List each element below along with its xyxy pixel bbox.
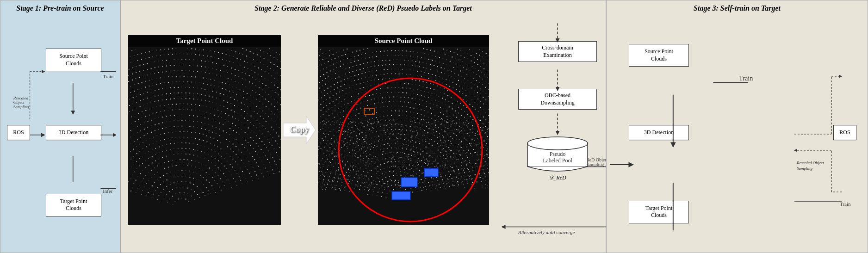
svg-text:Train: Train — [103, 74, 114, 79]
stage1-ros-box: ROS — [7, 125, 30, 141]
target-pc-image: Target Point Cloud /* dots rendered via … — [128, 35, 281, 225]
stage1-source-box: Source PointClouds — [46, 49, 101, 71]
svg-text:Sampling: Sampling — [797, 166, 813, 171]
svg-text:Train: Train — [739, 74, 753, 82]
stage2-cross-domain-label: Cross-domainExamination — [542, 44, 573, 58]
stage1-content: ROS Source PointClouds 3D Detection Targ… — [4, 16, 116, 249]
svg-text:Train: Train — [840, 201, 851, 207]
svg-text:Rescaled: Rescaled — [13, 96, 29, 100]
stage1-target-box: Target PointClouds — [46, 194, 101, 216]
stage3-source-label: Source PointClouds — [645, 48, 673, 62]
copy-label: Copy — [290, 125, 309, 135]
stage1-source-label: Source PointClouds — [59, 53, 88, 67]
source-pc-image: Source Point Cloud — [318, 35, 489, 225]
copy-arrow-container: Copy — [281, 35, 318, 225]
stage3-right-col: ROS Train Rescaled Object Sampling — [790, 16, 864, 249]
svg-text:Rescaled Object: Rescaled Object — [796, 160, 824, 165]
svg-text:Infer: Infer — [103, 188, 113, 194]
stage3-content: Source PointClouds 3D Detection Target P… — [610, 16, 864, 249]
stage1-target-label: Target PointClouds — [60, 198, 87, 212]
stage2-pool-math: 𝒟_ReD — [523, 174, 592, 181]
stage2-pool-cylinder: Pseudo Labeled Pool — [523, 136, 592, 173]
stage1-ros-label: ROS — [13, 129, 24, 136]
stage2-images-wrapper: Target Point Cloud /* dots rendered via … — [128, 16, 489, 243]
stage3-left-col: Source PointClouds 3D Detection Target P… — [610, 16, 790, 249]
stage-3: Stage 3: Self-train on Target Source Poi… — [606, 0, 868, 253]
stage3-target-box: Target PointClouds — [629, 201, 689, 223]
target-pc-canvas — [128, 48, 281, 225]
target-pc-title: Target Point Cloud — [128, 35, 281, 47]
svg-point-33 — [527, 137, 588, 150]
stage2-cross-domain-box: Cross-domainExamination — [518, 41, 597, 62]
stage3-target-label: Target PointClouds — [645, 205, 673, 219]
source-pc-overlay — [318, 48, 489, 225]
stage2-obc-box: OBC-basedDownsampling — [518, 89, 597, 110]
stage3-detection-box: 3D Detection — [629, 125, 689, 141]
svg-rect-21 — [424, 168, 438, 177]
svg-text:Labeled Pool: Labeled Pool — [543, 157, 572, 164]
stage3-ros-box: ROS — [833, 125, 856, 141]
stage3-ros-label: ROS — [839, 129, 850, 136]
stage1-title: Stage 1: Pre-train on Source — [4, 4, 116, 12]
stage2-right-panel: ReD Object Sampling Alternatively until … — [493, 16, 622, 243]
svg-text:Sampling: Sampling — [13, 105, 29, 109]
stage2-pool-container: Pseudo Labeled Pool 𝒟_ReD — [523, 136, 592, 173]
stage1-detection-label: 3D Detection — [59, 129, 88, 136]
stage1-detection-box: 3D Detection — [46, 125, 101, 141]
svg-rect-22 — [392, 191, 410, 200]
svg-text:Alternatively until converge: Alternatively until converge — [518, 229, 575, 235]
svg-text:Pseudo: Pseudo — [550, 151, 566, 157]
stage-2: Stage 2: Generate Reliable and Diverse (… — [120, 0, 606, 253]
svg-rect-23 — [364, 108, 374, 114]
stage2-content: Target Point Cloud /* dots rendered via … — [124, 16, 602, 247]
stage-1: Stage 1: Pre-train on Source ROS Source … — [0, 0, 120, 253]
source-pc-title: Source Point Cloud — [318, 35, 489, 47]
stage3-title: Stage 3: Self-train on Target — [610, 4, 864, 12]
svg-text:Object: Object — [13, 100, 25, 105]
svg-rect-20 — [401, 178, 417, 187]
stage3-detection-label: 3D Detection — [644, 129, 674, 136]
stage2-obc-label: OBC-basedDownsampling — [540, 92, 574, 106]
stage2-title: Stage 2: Generate Reliable and Diverse (… — [124, 4, 602, 12]
stage3-source-box: Source PointClouds — [629, 44, 689, 67]
